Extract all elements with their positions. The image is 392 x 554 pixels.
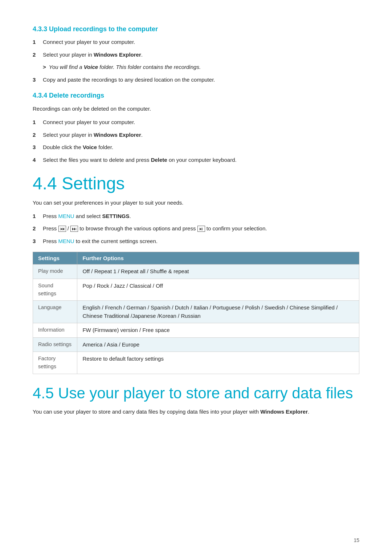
step-text: Copy and paste the recordings to any des… — [43, 76, 359, 84]
step-number: 2 — [33, 225, 43, 233]
setting-name: Language — [33, 301, 77, 323]
settings-step-2: 2 Press ⏮ / ⏭ to browse through the vari… — [33, 225, 359, 233]
setting-options: Off / Repeat 1 / Repeat all / Shuffle & … — [77, 264, 359, 279]
settings-steps: 1 Press MENU and select SETTINGS. 2 Pres… — [33, 212, 359, 246]
step-text: Select the files you want to delete and … — [43, 156, 359, 164]
setting-name: Factory settings — [33, 352, 77, 374]
step-text: Connect your player to your computer. — [43, 38, 359, 46]
settings-intro: You can set your preferences in your pla… — [33, 198, 359, 207]
setting-name: Information — [33, 323, 77, 338]
step-text: Double click the Voice folder. — [43, 143, 359, 152]
step-text: Press ⏮ / ⏭ to browse through the variou… — [43, 225, 359, 233]
heading-upload: 4.3.3 Upload recordings to the computer — [33, 25, 359, 33]
table-row: Sound settings Pop / Rock / Jazz / Class… — [33, 279, 359, 301]
col-settings-header: Settings — [33, 252, 77, 264]
page-number: 15 — [354, 537, 359, 543]
setting-name: Play mode — [33, 264, 77, 279]
step-number: 1 — [33, 118, 43, 127]
settings-table: Settings Further Options Play mode Off /… — [33, 252, 359, 374]
settings-table-body: Play mode Off / Repeat 1 / Repeat all / … — [33, 264, 359, 374]
table-row: Play mode Off / Repeat 1 / Repeat all / … — [33, 264, 359, 279]
step-number: 2 — [33, 131, 43, 139]
arrow-icon: > — [43, 63, 46, 71]
step-number: 1 — [33, 212, 43, 221]
data-files-intro-after: . — [308, 409, 309, 415]
step-text: Press MENU and select SETTINGS. — [43, 212, 359, 221]
upload-steps-cont: 3 Copy and paste the recordings to any d… — [33, 76, 359, 84]
delete-step-2: 2 Select your player in Windows Explorer… — [33, 131, 359, 139]
setting-name: Radio settings — [33, 337, 77, 352]
step-text: Select your player in Windows Explorer. — [43, 51, 359, 59]
settings-step-1: 1 Press MENU and select SETTINGS. — [33, 212, 359, 221]
step-text: Select your player in Windows Explorer. — [43, 131, 359, 139]
setting-name: Sound settings — [33, 279, 77, 301]
upload-step-1: 1 Connect your player to your computer. — [33, 38, 359, 46]
data-files-bold: Windows Explorer — [260, 409, 308, 415]
heading-data-files: 4.5 Use your player to store and carry d… — [33, 384, 359, 402]
step-number: 3 — [33, 237, 43, 246]
upload-note: > You will find a Voice folder. This fol… — [33, 63, 359, 71]
setting-options: Pop / Rock / Jazz / Classical / Off — [77, 279, 359, 301]
heading-settings: 4.4 Settings — [33, 174, 359, 193]
step-number: 3 — [33, 76, 43, 84]
step-text: Connect your player to your computer. — [43, 118, 359, 127]
step-number: 4 — [33, 156, 43, 164]
step-number: 1 — [33, 38, 43, 46]
table-row: Information FW (Firmware) version / Free… — [33, 323, 359, 338]
setting-options: Restore to default factory settings — [77, 352, 359, 374]
heading-delete: 4.3.4 Delete recordings — [33, 92, 359, 99]
table-header-row: Settings Further Options — [33, 252, 359, 264]
table-row: Language English / French / German / Spa… — [33, 301, 359, 323]
step-number: 3 — [33, 143, 43, 152]
settings-step-3: 3 Press MENU to exit the current setting… — [33, 237, 359, 246]
col-options-header: Further Options — [77, 252, 359, 264]
data-files-intro-text: You can use your player to store and car… — [33, 409, 260, 415]
table-row: Factory settings Restore to default fact… — [33, 352, 359, 374]
setting-options: English / French / German / Spanish / Du… — [77, 301, 359, 323]
delete-steps: 1 Connect your player to your computer. … — [33, 118, 359, 164]
upload-step-3: 3 Copy and paste the recordings to any d… — [33, 76, 359, 84]
upload-step-2: 2 Select your player in Windows Explorer… — [33, 51, 359, 59]
upload-steps: 1 Connect your player to your computer. … — [33, 38, 359, 59]
setting-options: America / Asia / Europe — [77, 337, 359, 352]
step-text: Press MENU to exit the current settings … — [43, 237, 359, 246]
delete-step-3: 3 Double click the Voice folder. — [33, 143, 359, 152]
setting-options: FW (Firmware) version / Free space — [77, 323, 359, 338]
data-files-intro: You can use your player to store and car… — [33, 407, 359, 416]
delete-step-1: 1 Connect your player to your computer. — [33, 118, 359, 127]
delete-intro: Recordings can only be deleted on the co… — [33, 104, 359, 113]
delete-step-4: 4 Select the files you want to delete an… — [33, 156, 359, 164]
note-text: You will find a Voice folder. This folde… — [49, 63, 201, 71]
table-row: Radio settings America / Asia / Europe — [33, 337, 359, 352]
step-number: 2 — [33, 51, 43, 59]
